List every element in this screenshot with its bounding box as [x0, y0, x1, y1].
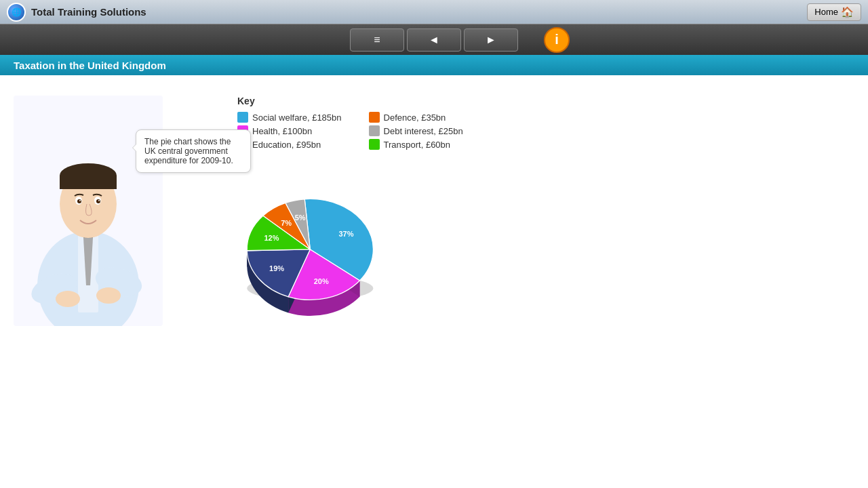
pie-slice-label: 37%: [339, 230, 354, 238]
page-title: Taxation in the United Kingdom: [14, 60, 166, 71]
svg-rect-8: [60, 176, 117, 189]
top-bar: 🌐 Total Training Solutions Home 🏠: [0, 0, 868, 24]
main-content: The pie chart shows the UK central gover…: [0, 75, 868, 488]
pie-chart-svg: 37%20%19%12%7%5%: [231, 163, 407, 312]
svg-point-11: [77, 199, 81, 203]
home-icon: 🏠: [841, 6, 854, 18]
speech-text: The pie chart shows the UK central gover…: [144, 137, 233, 165]
prev-button[interactable]: ◄: [407, 28, 461, 52]
legend-item: Health, £100bn: [237, 125, 342, 136]
legend-label: Education, £95bn: [252, 140, 321, 150]
legend-swatch: [237, 112, 248, 123]
speech-bubble: The pie chart shows the UK central gover…: [136, 129, 251, 173]
next-button[interactable]: ►: [464, 28, 518, 52]
legend-item: Social welfare, £185bn: [237, 112, 342, 123]
pie-slice-label: 12%: [264, 234, 279, 242]
pie-chart: 37%20%19%12%7%5%: [231, 163, 407, 299]
legend-item: Transport, £60bn: [369, 139, 473, 150]
legend-label: Defence, £35bn: [384, 113, 446, 123]
pie-slice-label: 5%: [295, 214, 306, 222]
menu-icon: ≡: [374, 34, 380, 46]
home-label: Home: [814, 7, 838, 17]
legend-swatch: [369, 139, 380, 150]
chart-area: Key Social welfare, £185bnDefence, £35bn…: [190, 89, 854, 299]
home-button[interactable]: Home 🏠: [807, 3, 861, 21]
person-area: The pie chart shows the UK central gover…: [14, 96, 190, 312]
brand: 🌐 Total Training Solutions: [7, 3, 146, 22]
info-button[interactable]: i: [544, 27, 570, 53]
title-bar: Taxation in the United Kingdom: [0, 55, 868, 75]
svg-point-14: [98, 200, 100, 201]
pie-slice-label: 7%: [281, 219, 292, 227]
legend-label: Transport, £60bn: [384, 140, 451, 150]
legend: Key Social welfare, £185bnDefence, £35bn…: [237, 96, 473, 150]
legend-label: Debt interest, £25bn: [384, 126, 463, 136]
svg-point-17: [56, 291, 80, 307]
prev-icon: ◄: [429, 34, 439, 46]
legend-item: Education, £95bn: [237, 139, 342, 150]
brand-title: Total Training Solutions: [31, 6, 146, 18]
globe-icon: 🌐: [7, 3, 26, 22]
info-icon: i: [555, 32, 559, 47]
pie-slice-label: 19%: [269, 264, 284, 272]
svg-point-18: [96, 287, 121, 304]
menu-button[interactable]: ≡: [350, 28, 404, 52]
legend-swatch: [369, 125, 380, 136]
legend-label: Health, £100bn: [252, 126, 312, 136]
legend-title: Key: [237, 96, 473, 106]
legend-label: Social welfare, £185bn: [252, 113, 342, 123]
legend-swatch: [369, 112, 380, 123]
next-icon: ►: [486, 34, 496, 46]
pie-slice-label: 20%: [314, 277, 329, 285]
svg-point-13: [79, 200, 81, 201]
svg-point-12: [96, 199, 100, 203]
nav-bar: ≡ ◄ ► i: [0, 24, 868, 55]
legend-item: Debt interest, £25bn: [369, 125, 473, 136]
legend-item: Defence, £35bn: [369, 112, 473, 123]
